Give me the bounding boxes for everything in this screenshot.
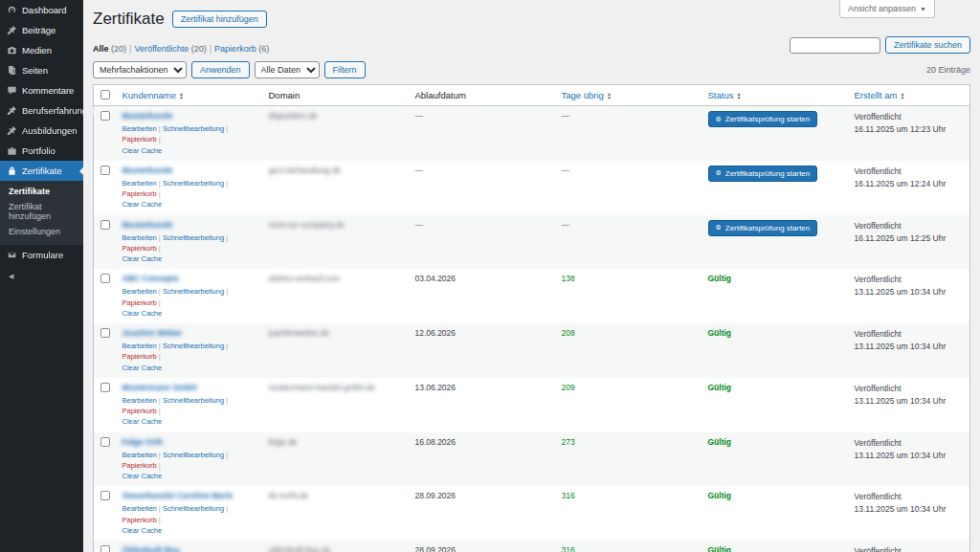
apply-button[interactable]: Anwenden [191,61,250,78]
clear-cache-link[interactable]: Clear Cache [122,309,163,318]
quick-edit-link[interactable]: Schnellbearbeitung [163,124,224,133]
customer-name-link[interactable]: Felge Orth [122,437,164,447]
quick-edit-link[interactable]: Schnellbearbeitung [163,179,224,188]
search-input[interactable] [790,37,880,54]
start-certificate-check-button[interactable]: ⚙Zertifikatsprüfung starten [708,166,818,182]
sidebar-item-berufserfahrungen[interactable]: Berufserfahrungen [0,100,83,121]
trash-link[interactable]: Papierkorb [122,298,157,307]
start-certificate-check-button[interactable]: ⚙Zertifikatsprüfung starten [708,220,818,236]
quick-edit-link[interactable]: Schnellbearbeitung [163,504,224,513]
sidebar-item-medien[interactable]: Medien [0,40,83,60]
sidebar-item-seiten[interactable]: Seiten [0,60,83,80]
expiry-date: 13.06.2026 [410,378,556,432]
status-valid-badge: Gültig [708,491,732,500]
table-row: MusterkundeBearbeiten | Schnellbearbeitu… [94,161,970,215]
customer-name-link[interactable]: Oldenbuilt Bau [122,545,180,552]
trash-link[interactable]: Papierkorb [122,352,157,361]
quick-edit-link[interactable]: Schnellbearbeitung [163,396,224,405]
column-header-erstellt-am[interactable]: Erstellt am▲▼ [849,85,970,106]
pages-icon [7,65,17,76]
edit-link[interactable]: Bearbeiten [122,451,157,459]
gear-icon: ⚙ [716,169,722,177]
row-checkbox[interactable] [100,166,110,175]
column-header-kundenname[interactable]: Kundenname▲▼ [117,85,263,106]
customer-name-link[interactable]: Steuerkanzlei Caroline Marie [122,491,234,500]
published-label: Veröffentlicht [855,545,965,552]
customer-name-link[interactable]: Musterkunde [122,220,173,230]
column-header-tage-brig[interactable]: Tage übrig▲▼ [556,85,702,106]
row-checkbox[interactable] [100,274,110,283]
table-row: Felge OrthBearbeiten | Schnellbearbeitun… [94,432,970,487]
sidebar-item-ausbildungen[interactable]: Ausbildungen [0,121,83,141]
quick-edit-link[interactable]: Schnellbearbeitung [163,287,224,296]
clear-cache-link[interactable]: Clear Cache [122,200,163,209]
submenu-item-einstellungen[interactable]: Einstellungen [0,224,83,239]
submenu-item-zertifikat-hinzuf-gen[interactable]: Zertifikat hinzufügen [0,199,83,224]
clear-cache-link[interactable]: Clear Cache [122,364,163,372]
sidebar-item-zertifikate[interactable]: Zertifikate [0,161,83,181]
customer-name-link[interactable]: Musterkunde [122,111,173,121]
entries-count: 20 Einträge [926,65,970,75]
trash-link[interactable]: Papierkorb [122,407,157,415]
customer-name-link[interactable]: Musterkunde [122,166,173,175]
row-actions: Bearbeiten | Schnellbearbeitung | Papier… [122,341,257,373]
clear-cache-link[interactable]: Clear Cache [122,146,163,155]
screen-options-button[interactable]: Ansicht anpassen▼ [839,0,935,18]
row-checkbox[interactable] [100,383,110,392]
clear-cache-link[interactable]: Clear Cache [122,526,163,535]
filter-button[interactable]: Filtern [324,61,366,78]
trash-link[interactable]: Papierkorb [122,135,157,144]
page-title: Zertifikate [93,10,165,29]
clear-cache-link[interactable]: Clear Cache [122,472,163,480]
edit-link[interactable]: Bearbeiten [122,233,157,242]
clear-cache-link[interactable]: Clear Cache [122,417,163,426]
published-label: Veröffentlicht [855,491,965,503]
bulk-action-select[interactable]: Mehrfachaktionen [93,61,187,78]
row-checkbox[interactable] [100,328,110,338]
row-checkbox[interactable] [100,545,110,552]
submenu-item-zertifikate[interactable]: Zertifikate [0,184,83,199]
row-checkbox[interactable] [100,437,110,447]
sidebar-item-portfolio[interactable]: Portfolio [0,141,83,161]
edit-link[interactable]: Bearbeiten [122,287,157,296]
start-certificate-check-button[interactable]: ⚙Zertifikatsprüfung starten [708,111,818,127]
edit-link[interactable]: Bearbeiten [122,504,157,513]
search-button[interactable]: Zertifikate suchen [885,36,970,54]
trash-link[interactable]: Papierkorb [122,189,157,198]
mail-icon [7,250,17,260]
row-checkbox[interactable] [100,111,110,121]
days-left: 208 [556,323,702,378]
admin-sidebar: DashboardBeiträgeMedienSeitenKommentareB… [0,0,83,552]
trash-link[interactable]: Papierkorb [122,461,157,470]
customer-name-link[interactable]: Joachim Weber [122,328,183,338]
row-checkbox[interactable] [100,491,110,500]
view-link-alle[interactable]: Alle (20) [93,44,126,54]
trash-link[interactable]: Papierkorb [122,516,157,524]
quick-edit-link[interactable]: Schnellbearbeitung [163,451,224,459]
sidebar-item-formulare[interactable]: Formulare [0,245,83,265]
sidebar-item-dashboard[interactable]: Dashboard [0,0,83,20]
column-header-status[interactable]: Status▲▼ [702,85,849,106]
view-link-papierkorb[interactable]: Papierkorb (6) [214,44,269,54]
customer-name-link[interactable]: ABC Concepts [122,274,180,283]
sidebar-item-label: Beiträge [22,25,56,35]
gear-icon: ⚙ [716,224,722,232]
quick-edit-link[interactable]: Schnellbearbeitung [163,233,224,242]
trash-link[interactable]: Papierkorb [122,244,157,253]
customer-name-link[interactable]: Mustermann GmbH [122,383,197,392]
select-all-checkbox[interactable] [100,90,110,99]
edit-link[interactable]: Bearbeiten [122,396,157,405]
sidebar-item-kommentare[interactable]: Kommentare [0,80,83,100]
sidebar-item-beitr-ge[interactable]: Beiträge [0,20,83,40]
quick-edit-link[interactable]: Schnellbearbeitung [163,342,224,350]
clear-cache-link[interactable]: Clear Cache [122,254,163,263]
edit-link[interactable]: Bearbeiten [122,124,157,133]
date-filter-select[interactable]: Alle Daten [255,61,320,78]
row-checkbox[interactable] [100,220,110,230]
row-actions: Bearbeiten | Schnellbearbeitung | Papier… [122,286,257,319]
edit-link[interactable]: Bearbeiten [122,179,157,188]
view-link-ver-ffentlichte[interactable]: Veröffentlichte (20) [134,44,206,54]
add-certificate-button[interactable]: Zertifikat hinzufügen [172,11,267,28]
edit-link[interactable]: Bearbeiten [122,342,157,350]
collapse-menu-icon[interactable]: ◀ [0,265,83,288]
